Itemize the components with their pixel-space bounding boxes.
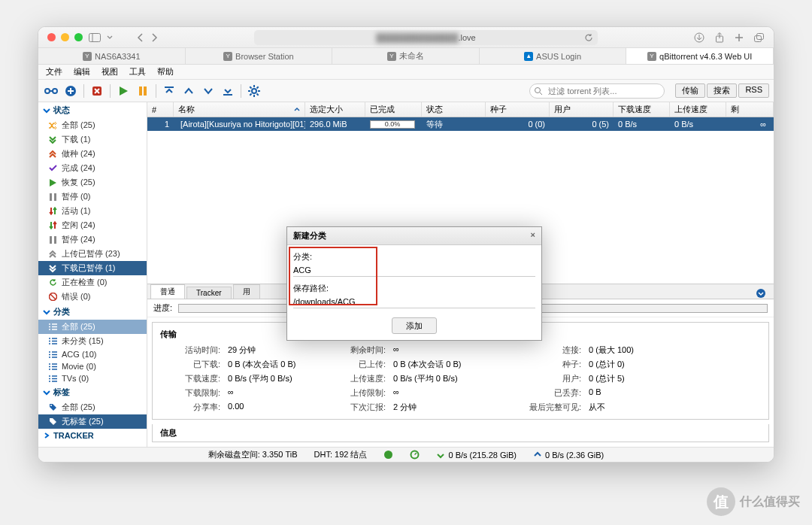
transfer-value: 0 B xyxy=(589,387,664,399)
shuffle-icon xyxy=(47,122,58,129)
col-name[interactable]: 名称 xyxy=(174,102,305,117)
sidebar-item[interactable]: 下载已暂停 (1) xyxy=(38,261,147,275)
svg-marker-19 xyxy=(120,86,128,96)
tab-nas[interactable]: YNAS6A3341 xyxy=(38,48,186,64)
pause-bars-icon xyxy=(47,193,58,201)
forward-icon[interactable] xyxy=(150,33,158,42)
tab-search[interactable]: 搜索 xyxy=(707,83,737,98)
tabs-icon[interactable] xyxy=(754,33,765,42)
torrent-row[interactable]: 1 [Airota][Kusuriya no Hitorigoto][01]..… xyxy=(147,117,774,131)
col-peers[interactable]: 用户 xyxy=(550,102,614,117)
sidebar-item[interactable]: 全部 (25) xyxy=(38,400,147,414)
reload-icon[interactable] xyxy=(584,33,593,42)
tab-rss[interactable]: RSS xyxy=(738,83,769,98)
save-path-input[interactable] xyxy=(293,296,535,308)
share-icon[interactable] xyxy=(715,32,724,43)
transfer-value: ∞ xyxy=(228,387,333,399)
sidebar-item[interactable]: 恢复 (25) xyxy=(38,175,147,190)
tab-asus[interactable]: ▲ASUS Login xyxy=(480,48,627,64)
detail-tab-tracker[interactable]: Tracker xyxy=(186,287,232,299)
transfer-value: 0 B/s (平均 0 B/s) xyxy=(393,373,498,384)
detail-tab-peers[interactable]: 用 xyxy=(233,284,260,299)
sidebar-icon[interactable] xyxy=(89,33,101,42)
sidebar-item[interactable]: 上传已暂停 (23) xyxy=(38,247,147,261)
sidebar-item[interactable]: 全部 (25) xyxy=(38,118,147,132)
move-bottom-icon[interactable] xyxy=(220,83,236,99)
speed-limit-icon[interactable] xyxy=(410,450,420,460)
tab-transfer[interactable]: 传输 xyxy=(675,83,705,98)
menu-view[interactable]: 视图 xyxy=(102,66,118,77)
sidebar-item[interactable]: Movie (0) xyxy=(38,360,147,372)
sidebar-category-header[interactable]: 分类 xyxy=(38,304,147,320)
add-button[interactable]: 添加 xyxy=(392,317,437,334)
sidebar-item-label: 无标签 (25) xyxy=(62,416,104,427)
new-tab-icon[interactable] xyxy=(735,33,744,42)
add-torrent-icon[interactable] xyxy=(62,83,79,99)
col-state[interactable]: 状态 xyxy=(422,102,486,117)
menu-edit[interactable]: 编辑 xyxy=(74,66,90,77)
col-size[interactable]: 选定大小 xyxy=(305,102,365,117)
zoom-icon[interactable] xyxy=(74,33,83,41)
down-double-icon xyxy=(47,136,58,144)
tab-qbittorrent[interactable]: YqBittorrent v4.6.3 Web UI xyxy=(626,48,774,64)
chevron-down-icon[interactable] xyxy=(107,35,113,41)
back-icon[interactable] xyxy=(137,33,144,42)
close-icon[interactable]: × xyxy=(531,230,535,241)
minimize-icon[interactable] xyxy=(61,33,69,41)
sidebar-item[interactable]: 无标签 (25) xyxy=(38,414,147,429)
sidebar-item[interactable]: 做种 (24) xyxy=(38,147,147,161)
sidebar-status-header[interactable]: 状态 xyxy=(38,102,147,118)
sidebar-item[interactable]: 全部 (25) xyxy=(38,320,147,334)
sidebar-item[interactable]: TVs (0) xyxy=(38,372,147,384)
globe-icon[interactable] xyxy=(383,450,393,460)
safari-window: ██████████████ .love YNAS6A3341 YBrowser… xyxy=(38,26,774,463)
col-seeds[interactable]: 种子 xyxy=(486,102,550,117)
list-icon xyxy=(47,323,58,330)
sidebar-tracker-header[interactable]: TRACKER xyxy=(38,429,147,442)
col-dlspeed[interactable]: 下载速度 xyxy=(614,102,670,117)
list-icon xyxy=(47,351,58,358)
resume-icon[interactable] xyxy=(115,83,132,99)
tab-untitled[interactable]: Y未命名 xyxy=(332,48,480,64)
col-ulspeed[interactable]: 上传速度 xyxy=(670,102,726,117)
add-link-icon[interactable] xyxy=(43,83,59,99)
move-up-icon[interactable] xyxy=(180,83,197,99)
menu-tools[interactable]: 工具 xyxy=(129,66,146,77)
col-done[interactable]: 已完成 xyxy=(365,102,422,117)
menu-help[interactable]: 帮助 xyxy=(157,66,174,77)
category-input[interactable] xyxy=(293,264,535,277)
collapse-icon[interactable] xyxy=(756,288,766,299)
sidebar-item[interactable]: 未分类 (15) xyxy=(38,334,147,348)
menu-file[interactable]: 文件 xyxy=(46,66,62,77)
search-input[interactable] xyxy=(529,83,665,99)
sidebar-item-label: 全部 (25) xyxy=(62,402,95,413)
sidebar-item[interactable]: 活动 (1) xyxy=(38,204,147,218)
sidebar-item[interactable]: 正在检查 (0) xyxy=(38,275,147,290)
sidebar-item[interactable]: ACG (10) xyxy=(38,348,147,360)
delete-icon[interactable] xyxy=(89,83,105,99)
url-bar[interactable]: ██████████████ .love xyxy=(254,30,598,45)
sidebar-item[interactable]: 空闲 (24) xyxy=(38,218,147,232)
sidebar-tags-header[interactable]: 标签 xyxy=(38,384,147,400)
sidebar-item[interactable]: 暂停 (24) xyxy=(38,232,147,247)
sidebar: 状态 全部 (25)下载 (1)做种 (24)完成 (24)恢复 (25)暂停 … xyxy=(38,102,147,447)
transfer-label: 剩余时间: xyxy=(341,344,386,356)
tab-browser-station[interactable]: YBrowser Station xyxy=(186,48,333,64)
sidebar-item[interactable]: 暂停 (0) xyxy=(38,190,147,204)
progress-bar: 0.0% xyxy=(370,120,415,129)
sidebar-item[interactable]: 完成 (24) xyxy=(38,161,147,175)
sidebar-item[interactable]: 错误 (0) xyxy=(38,290,147,304)
detail-tab-general[interactable]: 普通 xyxy=(150,284,185,299)
move-down-icon[interactable] xyxy=(200,83,217,99)
refresh-icon xyxy=(47,278,58,287)
close-icon[interactable] xyxy=(47,33,56,41)
col-num[interactable]: # xyxy=(147,102,174,117)
download-icon[interactable] xyxy=(694,32,704,43)
tag-icon xyxy=(47,403,58,411)
pause-icon[interactable] xyxy=(135,83,151,99)
browser-tabs: YNAS6A3341 YBrowser Station Y未命名 ▲ASUS L… xyxy=(38,48,774,65)
sidebar-item[interactable]: 下载 (1) xyxy=(38,132,147,147)
move-top-icon[interactable] xyxy=(161,83,177,99)
settings-icon[interactable] xyxy=(246,83,262,99)
col-remaining[interactable]: 剩 xyxy=(726,102,774,117)
